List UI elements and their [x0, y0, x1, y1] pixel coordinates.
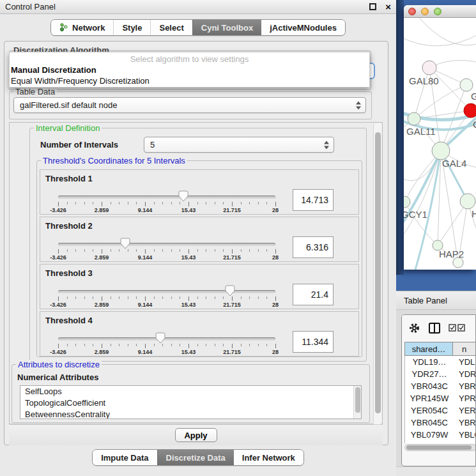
- network-window-titlebar[interactable]: [404, 5, 476, 18]
- slider-ticks: [58, 249, 275, 254]
- network-node[interactable]: [460, 194, 475, 209]
- network-node[interactable]: [432, 142, 450, 160]
- settings-vertical-scrollbar[interactable]: [373, 123, 381, 424]
- split-columns-icon[interactable]: [428, 322, 441, 334]
- scrollbar-thumb[interactable]: [406, 445, 472, 450]
- tab-pill: Network Style Select Cyni Toolbox jActiv…: [50, 19, 346, 36]
- tab-cyni-label: Cyni Toolbox: [201, 23, 253, 33]
- apply-row: Apply: [9, 424, 383, 445]
- table-panel-title: Table Panel: [404, 296, 447, 305]
- network-node[interactable]: [404, 196, 410, 208]
- threshold-1-box: Threshold 1 -3.4262.859 9.14415.43 21.71…: [40, 169, 359, 215]
- node-label-gal4: GAL4: [442, 158, 466, 169]
- node-label-partial-h: H: [472, 208, 476, 219]
- network-canvas[interactable]: GAL80 GAL11 GAL4 GCY1 HAP2 G C H: [404, 18, 476, 270]
- algorithm-placeholder-option[interactable]: Select algorithm to view settings: [10, 52, 369, 65]
- thresholds-group: Threshold's Coordinates for 5 Intervals …: [36, 160, 362, 357]
- tab-infer-network[interactable]: Infer Network: [234, 450, 303, 465]
- network-node[interactable]: [422, 61, 436, 75]
- cyni-panel-frame: Discretization Algorithm Select algorith…: [4, 41, 388, 445]
- window-shadow: [396, 0, 404, 275]
- scrollbar-thumb[interactable]: [375, 132, 381, 413]
- algorithm-option-equal-width[interactable]: Equal Width/Frequency Discretization: [10, 75, 369, 86]
- table-panel-toolbar: [402, 315, 475, 341]
- threshold-3-value-field[interactable]: 21.4: [293, 284, 334, 305]
- slider-track[interactable]: [58, 243, 275, 246]
- threshold-4-slider: -3.4262.859 9.14415.43 21.71528: [58, 336, 275, 353]
- control-panel-titlebar: Control Panel ×: [0, 0, 396, 14]
- threshold-4-title: Threshold 4: [45, 316, 93, 325]
- tab-select[interactable]: Select: [150, 20, 192, 35]
- slider-tick-labels: -3.4262.859 9.14415.43 21.71528: [58, 349, 275, 355]
- threshold-4-value-field[interactable]: 11.344: [293, 331, 334, 353]
- attributes-group: Attributes to discretize Numerical Attri…: [12, 364, 370, 423]
- table-row[interactable]: YER054CYER0: [405, 404, 476, 417]
- tab-impute-data[interactable]: Impute Data: [93, 450, 157, 465]
- network-node-selected[interactable]: [464, 104, 476, 118]
- close-icon[interactable]: ×: [385, 3, 391, 10]
- numerical-attributes-label: Numerical Attributes: [17, 372, 98, 382]
- list-item-selfloops[interactable]: SelfLoops: [20, 386, 361, 397]
- threshold-2-value-field[interactable]: 6.316: [293, 236, 334, 258]
- tab-discretize-data[interactable]: Discretize Data: [157, 450, 234, 465]
- column-header-name[interactable]: n: [453, 342, 476, 356]
- table-header-row: shared… n: [404, 342, 476, 356]
- table-panel-footer: [396, 466, 476, 476]
- table-data-group-label: Table Data: [13, 87, 57, 96]
- slider-track[interactable]: [58, 290, 275, 293]
- slider-tick-labels: -3.4262.859 9.14415.43 21.71528: [58, 254, 275, 261]
- list-item-betweennesscentrality[interactable]: BetweennessCentrality: [20, 409, 361, 419]
- number-of-intervals-combobox[interactable]: 5: [144, 137, 334, 153]
- table-row[interactable]: YDR27…YDR2: [405, 368, 476, 380]
- list-item-topologicalcoefficient[interactable]: TopologicalCoefficient: [20, 397, 361, 409]
- network-node[interactable]: [460, 79, 473, 91]
- tab-impute-label: Impute Data: [101, 453, 148, 463]
- table-row[interactable]: YDL19…YDL1: [405, 356, 476, 368]
- tab-cyni-toolbox[interactable]: Cyni Toolbox: [192, 20, 261, 35]
- algorithm-option-manual[interactable]: Manual Discretization: [10, 65, 369, 75]
- minimize-traffic-light[interactable]: [421, 8, 429, 15]
- stepper-arrows-icon: [356, 101, 361, 109]
- slider-track[interactable]: [58, 196, 275, 199]
- threshold-1-title: Threshold 1: [45, 174, 93, 183]
- tab-jactivemnodules[interactable]: jActiveMNodules: [261, 20, 345, 35]
- zoom-traffic-light[interactable]: [434, 8, 441, 15]
- table-row[interactable]: YLR345WYLR3: [405, 441, 476, 443]
- table-row[interactable]: YBR045CYBR0: [405, 417, 476, 429]
- tab-style-label: Style: [122, 23, 142, 33]
- float-window-icon[interactable]: [369, 3, 376, 10]
- slider-track[interactable]: [58, 337, 275, 341]
- table-data-combobox[interactable]: galFiltered.sif default node: [13, 97, 366, 113]
- threshold-1-value-field[interactable]: 14.713: [293, 189, 334, 211]
- table-row[interactable]: YBR043CYBR0: [405, 380, 476, 392]
- bottom-tab-pill: Impute Data Discretize Data Infer Networ…: [92, 449, 304, 466]
- apply-button[interactable]: Apply: [175, 428, 217, 442]
- tab-jactive-label: jActiveMNodules: [270, 23, 337, 33]
- checkbox-columns-icon[interactable]: [449, 324, 465, 332]
- tab-style[interactable]: Style: [113, 20, 150, 35]
- threshold-3-slider: -3.4262.859 9.14415.43 21.71528: [58, 289, 275, 305]
- tab-select-label: Select: [159, 23, 183, 33]
- right-region: GAL80 GAL11 GAL4 GCY1 HAP2 G C H Table P…: [396, 0, 476, 476]
- tab-discretize-label: Discretize Data: [166, 453, 226, 463]
- tab-network-label: Network: [72, 23, 105, 33]
- network-icon: [59, 22, 68, 33]
- thresholds-group-label: Threshold's Coordinates for 5 Intervals: [41, 156, 187, 165]
- slider-tick-labels: -3.4262.859 9.14415.43 21.71528: [58, 207, 275, 213]
- threshold-2-box: Threshold 2 -3.4262.859 9.14415.43 21.71…: [40, 217, 359, 262]
- table-row[interactable]: YBL079WYBL0: [405, 429, 476, 441]
- node-label-gal80: GAL80: [409, 75, 439, 86]
- list-scrollbar[interactable]: [353, 386, 361, 418]
- table-row[interactable]: YPR145WYPR1: [405, 392, 476, 404]
- top-tab-bar: Network Style Select Cyni Toolbox jActiv…: [0, 19, 396, 36]
- table-horizontal-scrollbar[interactable]: [404, 444, 476, 451]
- close-traffic-light[interactable]: [408, 8, 416, 15]
- tab-network[interactable]: Network: [51, 20, 113, 35]
- network-node[interactable]: [408, 112, 420, 125]
- gear-icon[interactable]: [408, 322, 420, 334]
- node-label-hap2: HAP2: [439, 249, 464, 259]
- node-label-partial-g: G: [471, 91, 476, 102]
- column-header-shared-name[interactable]: shared…: [404, 342, 453, 356]
- interval-definition-label: Interval Definition: [34, 123, 102, 133]
- algorithm-dropdown-popup: Select algorithm to view settings Manual…: [9, 52, 370, 88]
